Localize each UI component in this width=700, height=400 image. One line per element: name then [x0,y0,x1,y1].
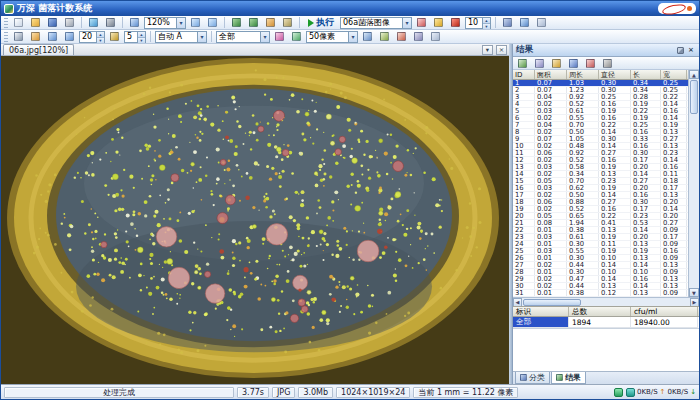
close-panel-button[interactable]: × [686,45,696,55]
eyedropper-icon[interactable] [289,30,304,43]
layers-icon[interactable] [411,30,426,43]
table-row[interactable]: 40.020.520.160.190.14 [513,101,688,108]
table-row[interactable]: 100.020.480.140.160.13 [513,143,688,150]
next-image-icon[interactable] [246,16,261,29]
table-row[interactable]: 190.020.520.160.170.14 [513,206,688,213]
magnify-plus-icon[interactable] [45,30,60,43]
table-row[interactable]: 150.050.700.230.270.18 [513,178,688,185]
table-row[interactable]: 50.030.610.190.220.16 [513,108,688,115]
split-colony-icon[interactable] [360,30,375,43]
zoom-in-icon[interactable] [188,16,203,29]
column-header[interactable]: 面积 [535,70,567,79]
table-row[interactable]: 240.010.300.110.130.09 [513,241,688,248]
results-vertical-scrollbar[interactable]: ▲ ▼ [688,70,699,297]
image-select-combo[interactable]: 06a菌落图像▾ [340,17,412,29]
column-header[interactable]: 周长 [567,70,599,79]
toolbar-overflow-icon[interactable] [534,16,549,29]
chevron-down-icon[interactable]: ▾ [402,18,411,28]
table-row[interactable]: 70.040.700.220.250.19 [513,122,688,129]
table-row[interactable]: 30.040.920.250.280.22 [513,94,688,101]
table-row[interactable]: 20.071.230.300.340.25 [513,87,688,94]
count-mode-combo[interactable]: 自动 A▾ [155,31,207,43]
pointer-icon[interactable] [11,30,26,43]
table-row[interactable]: 90.071.050.300.330.27 [513,136,688,143]
scroll-up-button[interactable]: ▲ [689,70,699,79]
image-canvas[interactable] [1,56,509,384]
table-row[interactable]: 230.030.610.190.200.17 [513,234,688,241]
copy-results-icon[interactable] [532,57,547,70]
column-header[interactable]: ID [513,70,535,79]
chevron-down-icon[interactable]: ▾ [348,32,357,42]
pencil-icon[interactable] [107,30,122,43]
summary-row[interactable]: 全部189418940.00 [513,317,699,328]
column-header[interactable]: 直径 [599,70,631,79]
palette-icon[interactable] [272,30,287,43]
table-row[interactable]: 170.020.500.140.160.13 [513,192,688,199]
magnify-minus-icon[interactable] [62,30,77,43]
capture-icon[interactable] [86,16,101,29]
export-results-icon[interactable] [515,57,530,70]
zoom-tool-icon[interactable] [127,16,142,29]
size-filter-combo[interactable]: 50像素▾ [306,31,358,43]
spinner-arrows[interactable]: ▴▾ [482,18,490,28]
chevron-down-icon[interactable]: ▾ [197,32,206,42]
table-row[interactable]: 130.030.580.190.200.16 [513,164,688,171]
toolbar2-overflow-icon[interactable] [428,30,443,43]
prev-image-icon[interactable] [229,16,244,29]
analyze-icon[interactable] [414,16,429,29]
table-row[interactable]: 80.020.500.140.160.13 [513,129,688,136]
spin-down-icon[interactable]: ▾ [97,37,104,43]
table-row[interactable]: 200.050.650.220.230.20 [513,213,688,220]
sort-results-icon[interactable] [566,57,581,70]
table-row[interactable]: 260.010.300.100.130.09 [513,255,688,262]
chart-results-icon[interactable] [583,57,598,70]
scrollbar-track[interactable] [689,115,699,288]
count-threshold-spin[interactable]: 10▴▾ [465,17,491,29]
merge-colony-icon[interactable] [377,30,392,43]
table-row[interactable]: 220.010.380.130.140.09 [513,227,688,234]
class-filter-combo[interactable]: 全部▾ [216,31,270,43]
pin-panel-button[interactable] [675,45,685,55]
column-header[interactable]: 长 [631,70,661,79]
results-horizontal-scrollbar[interactable]: ◀ ▶ [513,297,699,306]
tab-list-button[interactable]: ▾ [482,45,493,55]
run-button[interactable]: 执行 [304,16,338,29]
ruler-icon[interactable] [280,16,295,29]
compare-images-icon[interactable] [263,16,278,29]
table-row[interactable]: 310.010.380.120.130.09 [513,290,688,297]
spin-down-icon[interactable]: ▾ [138,37,145,43]
petri-dish-image[interactable] [1,56,509,384]
table-row[interactable]: 270.020.440.140.140.13 [513,262,688,269]
marker-icon[interactable] [431,16,446,29]
brush-size-spin[interactable]: 20▴▾ [79,31,105,43]
chevron-down-icon[interactable]: ▾ [176,18,185,28]
scrollbar-thumb[interactable] [690,80,698,114]
network-monitor[interactable]: 0KB/S↑0KB/S↓ [626,388,696,397]
open-folder-icon[interactable] [28,16,43,29]
delete-colony-icon[interactable] [394,30,409,43]
table-row[interactable]: 140.020.340.130.140.11 [513,171,688,178]
chevron-down-icon[interactable]: ▾ [260,32,269,42]
table-row[interactable]: 60.020.550.160.190.14 [513,115,688,122]
spinner-arrows[interactable]: ▴▾ [137,32,145,42]
save-icon[interactable] [45,16,60,29]
table-row[interactable]: 110.060.920.270.300.23 [513,150,688,157]
table-row[interactable]: 180.060.880.270.300.20 [513,199,688,206]
table-row[interactable]: 210.081.940.410.530.27 [513,220,688,227]
filter-results-icon[interactable] [549,57,564,70]
spin-down-icon[interactable]: ▾ [483,23,490,29]
tab-close-button[interactable]: × [496,45,507,55]
column-header[interactable]: 宽 [661,70,687,79]
table-row[interactable]: 120.020.520.160.170.14 [513,157,688,164]
titlebar[interactable]: 万深 菌落计数系统 [1,1,699,16]
zoom-combo[interactable]: 120%▾ [144,17,186,29]
table-row[interactable]: 160.030.620.190.200.17 [513,185,688,192]
zoom-out-icon[interactable] [205,16,220,29]
new-file-icon[interactable] [11,16,26,29]
panel-tab-分类[interactable]: 分类 [515,372,550,384]
record-icon[interactable] [448,16,463,29]
spinner-arrows[interactable]: ▴▾ [96,32,104,42]
print-results-icon[interactable] [600,57,615,70]
table-row[interactable]: 280.010.300.100.100.09 [513,269,688,276]
results-panel-header[interactable]: 结果 × [513,44,699,57]
